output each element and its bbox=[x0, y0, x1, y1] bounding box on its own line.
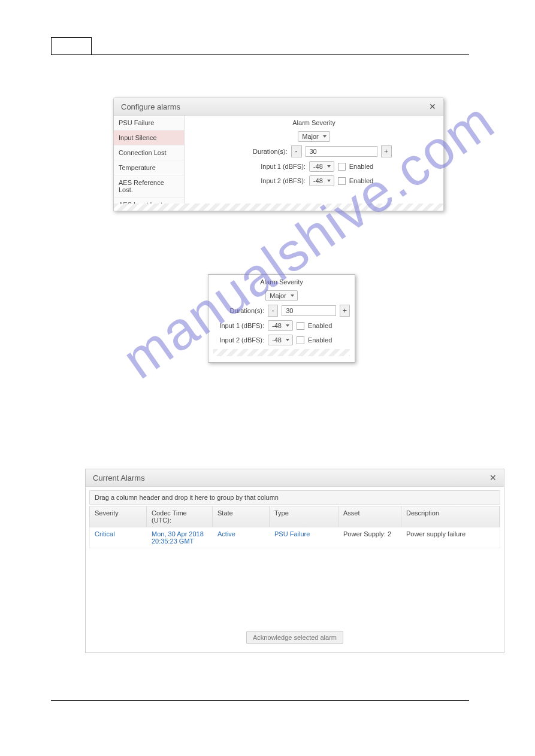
input2-enabled-checkbox[interactable] bbox=[338, 177, 346, 185]
sidebar-item-aes-input-lost[interactable]: AES Input Lost bbox=[114, 198, 184, 204]
alarm-config-form: Alarm Severity Major Duration(s): - 30 +… bbox=[185, 116, 443, 204]
sidebar-item-connection-lost[interactable]: Connection Lost bbox=[114, 145, 184, 160]
input1-label-2: Input 1 (dBFS): bbox=[213, 322, 264, 329]
cell-type: PSU Failure bbox=[270, 527, 338, 548]
duration-label-2: Duration(s): bbox=[213, 307, 264, 314]
cell-codec-time: Mon, 30 Apr 2018 20:35:23 GMT bbox=[147, 527, 213, 548]
input2-label-2: Input 2 (dBFS): bbox=[213, 336, 264, 344]
duration-input[interactable]: 30 bbox=[306, 146, 377, 157]
severity-select[interactable]: Major bbox=[298, 131, 330, 142]
alarm-type-sidebar: PSU Failure Input Silence Connection Los… bbox=[114, 116, 185, 204]
sidebar-item-psu-failure[interactable]: PSU Failure bbox=[114, 116, 184, 130]
input1-select-2[interactable]: -48 bbox=[268, 320, 293, 331]
cell-severity: Critical bbox=[90, 527, 147, 548]
page-tab bbox=[51, 37, 92, 55]
duration-input-2[interactable]: 30 bbox=[282, 305, 336, 316]
sidebar-item-input-silence[interactable]: Input Silence bbox=[114, 130, 184, 145]
input2-enabled-label-2: Enabled bbox=[308, 336, 332, 344]
close-icon[interactable]: ✕ bbox=[489, 473, 497, 482]
sidebar-item-aes-reference-lost[interactable]: AES Reference Lost. bbox=[114, 175, 184, 198]
input1-label: Input 1 (dBFS): bbox=[255, 163, 306, 170]
input1-enabled-label-2: Enabled bbox=[308, 322, 332, 329]
input2-enabled-label: Enabled bbox=[349, 177, 373, 184]
alarm-grid-row[interactable]: Critical Mon, 30 Apr 2018 20:35:23 GMT A… bbox=[89, 527, 500, 548]
header-severity[interactable]: Severity bbox=[90, 506, 147, 527]
input1-enabled-label: Enabled bbox=[349, 163, 373, 170]
acknowledge-alarm-button[interactable]: Acknowledge selected alarm bbox=[246, 631, 343, 644]
current-alarms-header: Current Alarms ✕ bbox=[86, 469, 504, 487]
input1-enabled-checkbox-2[interactable] bbox=[297, 322, 304, 330]
duration-increment-button[interactable]: + bbox=[381, 145, 392, 157]
current-alarms-title: Current Alarms bbox=[93, 473, 145, 482]
duration-label: Duration(s): bbox=[237, 148, 288, 155]
severity-label: Alarm Severity bbox=[191, 119, 437, 126]
input1-select[interactable]: -48 bbox=[309, 161, 334, 172]
duration-decrement-button[interactable]: - bbox=[291, 145, 302, 157]
close-icon[interactable]: ✕ bbox=[429, 102, 436, 111]
header-type[interactable]: Type bbox=[270, 506, 338, 527]
input2-label: Input 2 (dBFS): bbox=[255, 177, 306, 184]
header-codec-time[interactable]: Codec Time (UTC): bbox=[147, 506, 213, 527]
torn-edge-decoration bbox=[114, 204, 443, 211]
alarm-grid-header: Severity Codec Time (UTC): State Type As… bbox=[89, 506, 500, 527]
cell-description: Power supply failure bbox=[401, 527, 500, 548]
configure-alarms-title: Configure alarms bbox=[121, 102, 180, 111]
input2-select[interactable]: -48 bbox=[309, 175, 334, 186]
alarm-grid-empty-area bbox=[89, 548, 500, 626]
cell-state: Active bbox=[213, 527, 270, 548]
severity-label-2: Alarm Severity bbox=[260, 278, 303, 286]
header-description[interactable]: Description bbox=[401, 506, 500, 527]
input2-enabled-checkbox-2[interactable] bbox=[297, 336, 304, 344]
header-asset[interactable]: Asset bbox=[338, 506, 401, 527]
footer-rule bbox=[51, 700, 469, 701]
sidebar-item-temperature[interactable]: Temperature bbox=[114, 160, 184, 175]
alarm-config-fragment: Alarm Severity Major Duration(s): - 30 +… bbox=[208, 274, 355, 363]
configure-alarms-header: Configure alarms ✕ bbox=[114, 98, 443, 116]
current-alarms-panel: Current Alarms ✕ Drag a column header an… bbox=[85, 469, 504, 653]
input2-select-2[interactable]: -48 bbox=[268, 335, 293, 345]
duration-increment-button-2[interactable]: + bbox=[340, 305, 350, 317]
cell-asset: Power Supply: 2 bbox=[338, 527, 401, 548]
input1-enabled-checkbox[interactable] bbox=[338, 163, 346, 171]
torn-edge-decoration-2 bbox=[213, 349, 350, 356]
configure-alarms-panel: Configure alarms ✕ PSU Failure Input Sil… bbox=[113, 98, 444, 211]
header-rule bbox=[51, 54, 469, 55]
duration-decrement-button-2[interactable]: - bbox=[268, 305, 278, 317]
header-state[interactable]: State bbox=[213, 506, 270, 527]
severity-select-2[interactable]: Major bbox=[265, 290, 298, 301]
group-by-hint[interactable]: Drag a column header and drop it here to… bbox=[89, 490, 500, 505]
